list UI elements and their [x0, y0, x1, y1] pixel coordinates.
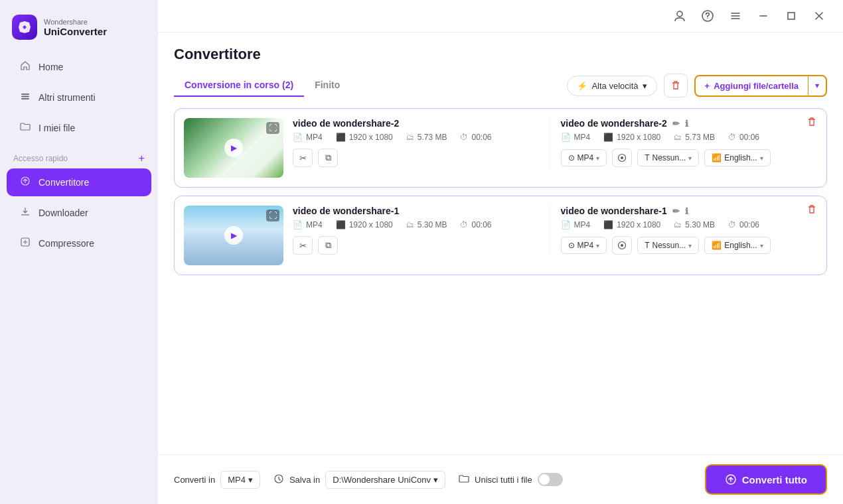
file2-tools: ✂ ⧉: [293, 236, 550, 255]
folder-icon-bottom: [459, 473, 469, 486]
convert-icon: [20, 176, 31, 189]
unisci-toggle[interactable]: [538, 473, 563, 486]
thumbnail-1[interactable]: ▶ ⛶: [184, 118, 283, 178]
delete-file-2-button[interactable]: [806, 204, 817, 218]
out2-size-icon: 🗂: [674, 220, 682, 229]
svg-point-10: [621, 157, 623, 159]
input2-meta: 📄 MP4 ⬛ 1920 x 1080 🗂 5.30 MB: [293, 220, 550, 229]
add-file-arrow[interactable]: ▾: [808, 76, 826, 95]
converti-tutto-label: Converti tutto: [742, 474, 807, 485]
delete-all-button[interactable]: [664, 74, 688, 97]
info2-icon[interactable]: ℹ: [685, 206, 688, 216]
resolution-icon: ⬛: [336, 133, 346, 142]
input2-name-row: video de wondershare-1: [293, 206, 550, 216]
sidebar-item-downloader[interactable]: Downloader: [7, 199, 151, 227]
subtitle2-icon: T: [645, 241, 649, 250]
edit2-icon[interactable]: ✏: [672, 206, 680, 216]
subtitle-select-2[interactable]: T Nessun... ▾: [637, 237, 699, 254]
home-icon: [20, 60, 31, 74]
subtitle-icon: T: [645, 153, 649, 162]
audio-arrow: ▾: [760, 155, 763, 162]
play-icon[interactable]: ▶: [224, 139, 243, 157]
tabs-row: Conversione in corso (2) Finito ⚡ Alta v…: [174, 74, 827, 97]
alta-velocita-button[interactable]: ⚡ Alta velocità ▾: [567, 76, 656, 96]
file-card: ▶ ⛶ video de wondershare-2 📄 MP4: [174, 108, 827, 188]
svg-point-7: [707, 18, 708, 19]
expand-icon-2[interactable]: ⛶: [266, 210, 279, 221]
video-settings-button-2[interactable]: [612, 236, 632, 255]
sidebar-item-home[interactable]: Home: [7, 53, 151, 81]
files-list: ▶ ⛶ video de wondershare-2 📄 MP4: [174, 108, 827, 441]
cut-tool-button-2[interactable]: ✂: [293, 236, 313, 255]
bolt-icon: ⚡: [577, 81, 587, 91]
unisci-tutti: Unisci tutti i file: [459, 473, 563, 486]
converti-tutto-button[interactable]: Converti tutto: [705, 464, 827, 495]
logo-brand: Wondershare: [44, 18, 107, 26]
svg-rect-1: [21, 96, 29, 97]
user-button[interactable]: [669, 5, 690, 27]
input-size: 🗂 5.73 MB: [406, 133, 447, 142]
global-format-select[interactable]: MP4 ▾: [220, 471, 260, 489]
input2-duration: ⏱ 00:06: [460, 220, 491, 229]
sidebar-home-label: Home: [38, 62, 63, 72]
folder-icon: [20, 121, 31, 135]
play-icon-2[interactable]: ▶: [224, 226, 243, 245]
converti-in-label: Converti in: [174, 475, 215, 485]
sidebar-item-convertitore[interactable]: Convertitore: [7, 168, 151, 196]
audio-select-1[interactable]: 📶 English... ▾: [704, 149, 770, 166]
info-icon[interactable]: ℹ: [685, 119, 688, 129]
copy-tool-button-2[interactable]: ⧉: [318, 236, 338, 255]
output-name-row: video de wondershare-2 ✏ ℹ: [561, 118, 818, 129]
topbar: [158, 0, 843, 32]
cut-tool-button[interactable]: ✂: [293, 149, 313, 167]
file2-output-info: video de wondershare-1 ✏ ℹ 📄 MP4 ⬛ 1: [550, 206, 818, 255]
input-name-row: video de wondershare-2: [293, 118, 550, 129]
input-format: 📄 MP4: [293, 133, 323, 142]
video-settings-button-1[interactable]: [612, 149, 632, 167]
add-quick-access-button[interactable]: +: [139, 153, 145, 164]
add-file-button[interactable]: + Aggiungi file/cartella ▾: [694, 75, 827, 97]
input2-resolution: ⬛ 1920 x 1080: [336, 220, 393, 229]
format-select-1[interactable]: ⊙ MP4 ▾: [561, 149, 607, 166]
input-resolution: ⬛ 1920 x 1080: [336, 133, 393, 142]
accesso-rapido-label: Accesso rapido +: [0, 143, 158, 167]
logo-text: Wondershare UniConverter: [44, 18, 107, 37]
svg-point-5: [677, 11, 682, 17]
out-file-icon: 📄: [561, 133, 571, 142]
support-button[interactable]: [697, 5, 718, 27]
salva-in-label: Salva in: [289, 475, 320, 485]
delete-file-1-button[interactable]: [806, 117, 817, 130]
minimize-button[interactable]: [753, 5, 774, 27]
sidebar-item-altri-strumenti[interactable]: Altri strumenti: [7, 84, 151, 111]
copy-tool-button[interactable]: ⧉: [318, 149, 338, 167]
path-down-arrow: ▾: [433, 475, 438, 485]
format-icon: ⊙: [568, 153, 575, 162]
format-select-2[interactable]: ⊙ MP4 ▾: [561, 237, 607, 254]
format-arrow: ▾: [596, 155, 599, 162]
close-button[interactable]: [808, 5, 830, 27]
output-format: 📄 MP4: [561, 133, 591, 142]
audio-select-2[interactable]: 📶 English... ▾: [704, 237, 770, 254]
logo-area: Wondershare UniConverter: [0, 8, 158, 52]
sidebar-item-miei-file[interactable]: I miei file: [7, 114, 151, 142]
tab-in-corso[interactable]: Conversione in corso (2): [174, 74, 304, 97]
audio2-arrow: ▾: [760, 242, 763, 249]
output2-controls: ⊙ MP4 ▾ T Nessun... ▾: [561, 236, 818, 255]
sidebar-item-compressore[interactable]: Compressore: [7, 229, 151, 257]
edit-icon[interactable]: ✏: [672, 119, 680, 129]
tab-finito[interactable]: Finito: [304, 74, 350, 97]
input2-filename: video de wondershare-1: [293, 206, 399, 216]
file-card: ▶ ⛶ video de wondershare-1 📄 MP4: [174, 196, 827, 275]
audio2-icon: 📶: [712, 241, 722, 250]
card-body-2: video de wondershare-1 📄 MP4 ⬛ 1920 x 10…: [293, 206, 817, 255]
subtitle-select-1[interactable]: T Nessun... ▾: [637, 149, 699, 166]
menu-button[interactable]: [725, 5, 746, 27]
expand-icon[interactable]: ⛶: [266, 122, 279, 134]
sidebar-compressore-label: Compressore: [38, 238, 94, 249]
file-tools: ✂ ⧉: [293, 149, 550, 167]
thumbnail-2[interactable]: ▶ ⛶: [184, 206, 283, 265]
path-select[interactable]: D:\Wondershare UniConv ▾: [325, 471, 445, 489]
out2-format: 📄 MP4: [561, 220, 591, 229]
out2-file-icon: 📄: [561, 220, 571, 229]
maximize-button[interactable]: [781, 5, 802, 27]
